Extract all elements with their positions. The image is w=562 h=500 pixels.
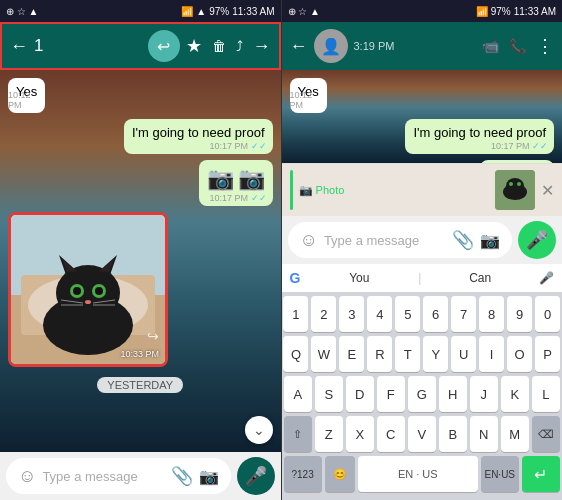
camera-button[interactable]: 📷 <box>480 231 500 250</box>
video-call-button[interactable]: 📹 <box>482 38 499 54</box>
key-i[interactable]: I <box>479 336 504 372</box>
right-status-bar: ⊕ ☆ ▲ 📶 97% 11:33 AM <box>282 0 563 22</box>
key-k[interactable]: K <box>501 376 529 412</box>
right-header: ← 👤 3:19 PM 📹 📞 ⋮ <box>282 22 563 70</box>
share-button[interactable]: ⤴ <box>236 38 243 54</box>
key-r[interactable]: R <box>367 336 392 372</box>
backspace-key[interactable]: ⌫ <box>532 416 560 452</box>
key-m[interactable]: M <box>501 416 529 452</box>
msg-camera-icons: 📷 📷 10:17 PM ✓✓ <box>480 160 554 163</box>
reply-close-button[interactable]: ✕ <box>541 181 554 200</box>
delete-button[interactable]: 🗑 <box>212 38 226 54</box>
key-f[interactable]: F <box>377 376 405 412</box>
contact-avatar: 👤 <box>314 29 348 63</box>
back-button[interactable]: ← <box>10 36 28 57</box>
left-message-input[interactable]: ☺ Type a message 📎 📷 <box>6 458 231 494</box>
emoji-icon[interactable]: ☺ <box>300 230 318 251</box>
status-icons: ⊕ ☆ ▲ <box>288 6 320 17</box>
menu-button[interactable]: ⋮ <box>536 35 554 57</box>
battery-pct: 97% <box>491 6 511 17</box>
key-g[interactable]: G <box>408 376 436 412</box>
reply-type: Photo <box>316 184 345 196</box>
key-p[interactable]: P <box>535 336 560 372</box>
reply-label: 📷 Photo <box>299 184 490 197</box>
key-4[interactable]: 4 <box>367 296 392 332</box>
forward-button[interactable]: → <box>253 36 271 57</box>
msg-time: 10:12 PM <box>8 90 39 110</box>
key-u[interactable]: U <box>451 336 476 372</box>
left-panel: ⊕ ☆ ▲ 📶 ▲ 97% 11:33 AM ← 1 ↩ ★ 🗑 ⤴ → Yes <box>0 0 281 500</box>
attach-icon[interactable]: 📎 <box>171 465 193 487</box>
key-o[interactable]: O <box>507 336 532 372</box>
key-e[interactable]: E <box>339 336 364 372</box>
input-placeholder: Type a message <box>324 233 446 248</box>
right-message-input[interactable]: ☺ Type a message 📎 📷 <box>288 222 513 258</box>
emoji-icon[interactable]: ☺ <box>18 466 36 487</box>
contact-time: 3:19 PM <box>354 40 477 52</box>
msg-sent-proof: I'm going to need proof 10:17 PM ✓✓ <box>405 119 554 154</box>
key-n[interactable]: N <box>470 416 498 452</box>
key-z[interactable]: Z <box>315 416 343 452</box>
key-h[interactable]: H <box>439 376 467 412</box>
mic-button[interactable]: 🎤 <box>518 221 556 259</box>
attach-icon[interactable]: 📎 <box>452 229 474 251</box>
day-badge-container: YESTERDAY <box>0 373 281 397</box>
google-suggestions-bar: G You | Can 🎤 <box>282 264 563 292</box>
contact-info: 3:19 PM <box>354 40 477 52</box>
key-2[interactable]: 2 <box>311 296 336 332</box>
key-c[interactable]: C <box>377 416 405 452</box>
key-b[interactable]: B <box>439 416 467 452</box>
key-v[interactable]: V <box>408 416 436 452</box>
key-x[interactable]: X <box>346 416 374 452</box>
status-icons: ⊕ ☆ ▲ <box>6 6 38 17</box>
voice-call-button[interactable]: 📞 <box>509 38 526 54</box>
reply-icon: ↩ <box>157 37 170 56</box>
key-0[interactable]: 0 <box>535 296 560 332</box>
key-7[interactable]: 7 <box>451 296 476 332</box>
key-6[interactable]: 6 <box>423 296 448 332</box>
svg-point-14 <box>85 300 91 304</box>
key-j[interactable]: J <box>470 376 498 412</box>
key-w[interactable]: W <box>311 336 336 372</box>
battery-pct: 97% <box>209 6 229 17</box>
google-mic-icon[interactable]: 🎤 <box>539 271 554 285</box>
reply-button[interactable]: ↩ <box>148 30 180 62</box>
selected-count: 1 <box>34 36 142 56</box>
right-header-actions: 📹 📞 ⋮ <box>482 35 554 57</box>
scroll-down-button[interactable]: ⌄ <box>245 416 273 444</box>
key-t[interactable]: T <box>395 336 420 372</box>
suggestion-can[interactable]: Can <box>427 271 533 285</box>
suggestion-you[interactable]: You <box>306 271 412 285</box>
camera-button[interactable]: 📷 <box>199 467 219 486</box>
signal-icon: 📶 <box>181 6 193 17</box>
time-display: 11:33 AM <box>514 6 556 17</box>
space-key[interactable]: EN · US <box>358 456 478 492</box>
emoji-key[interactable]: 😊 <box>325 456 355 492</box>
msg-sent-proof: I'm going to need proof 10:17 PM ✓✓ <box>124 119 273 154</box>
reply-bar-accent <box>290 170 293 210</box>
key-q[interactable]: Q <box>283 336 308 372</box>
msg-camera-icons: 📷 📷 10:17 PM ✓✓ <box>199 160 273 206</box>
avatar-icon: 👤 <box>321 37 341 56</box>
star-button[interactable]: ★ <box>186 35 202 57</box>
enter-key[interactable]: ↵ <box>522 456 560 492</box>
back-button[interactable]: ← <box>290 36 308 57</box>
header-actions: ★ 🗑 ⤴ → <box>186 35 271 57</box>
key-d[interactable]: D <box>346 376 374 412</box>
key-y[interactable]: Y <box>423 336 448 372</box>
key-9[interactable]: 9 <box>507 296 532 332</box>
symbols-key[interactable]: ?123 <box>284 456 322 492</box>
reply-preview-bar: 📷 Photo ✕ <box>282 163 563 216</box>
key-1[interactable]: 1 <box>283 296 308 332</box>
shift-key[interactable]: ⇧ <box>284 416 312 452</box>
key-3[interactable]: 3 <box>339 296 364 332</box>
mic-button[interactable]: 🎤 <box>237 457 275 495</box>
language-key[interactable]: EN·US <box>481 456 519 492</box>
signal-icon: 📶 <box>476 6 488 17</box>
msg-time: 10:17 PM ✓✓ <box>209 193 266 203</box>
key-a[interactable]: A <box>284 376 312 412</box>
key-l[interactable]: L <box>532 376 560 412</box>
key-8[interactable]: 8 <box>479 296 504 332</box>
key-5[interactable]: 5 <box>395 296 420 332</box>
key-s[interactable]: S <box>315 376 343 412</box>
